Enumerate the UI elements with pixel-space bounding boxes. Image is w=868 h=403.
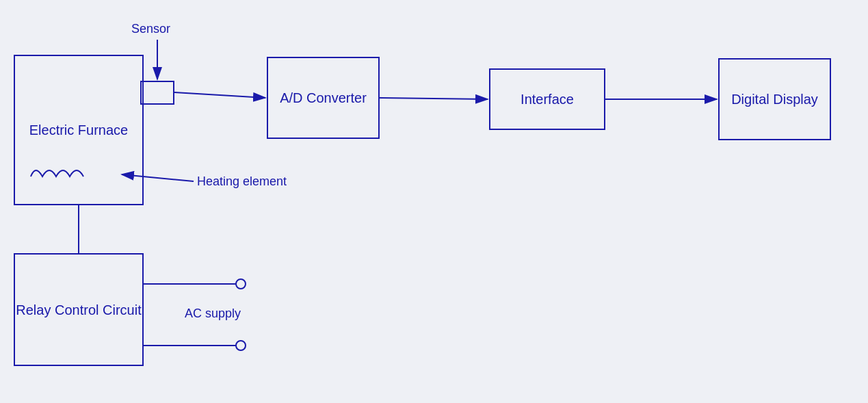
svg-line-4	[380, 98, 488, 99]
relay-control-block: Relay Control Circuit	[14, 253, 144, 366]
heating-element-label: Heating element	[197, 174, 287, 189]
ad-converter-label: A/D Converter	[280, 89, 367, 107]
svg-line-3	[174, 92, 265, 98]
ac-supply-label: AC supply	[185, 307, 241, 321]
electric-furnace-label: Electric Furnace	[29, 121, 129, 139]
electric-furnace-block: Electric Furnace	[14, 55, 144, 205]
interface-block: Interface	[489, 68, 605, 130]
svg-point-9	[236, 279, 246, 289]
interface-label: Interface	[521, 90, 574, 108]
relay-control-label: Relay Control Circuit	[16, 301, 141, 319]
ad-converter-block: A/D Converter	[267, 57, 380, 139]
diagram-container: Electric Furnace A/D Converter Interface…	[0, 0, 868, 403]
svg-point-11	[236, 341, 246, 350]
digital-display-label: Digital Display	[731, 90, 818, 108]
sensor-input-box	[140, 81, 174, 105]
sensor-label: Sensor	[131, 22, 170, 36]
digital-display-block: Digital Display	[718, 58, 831, 140]
